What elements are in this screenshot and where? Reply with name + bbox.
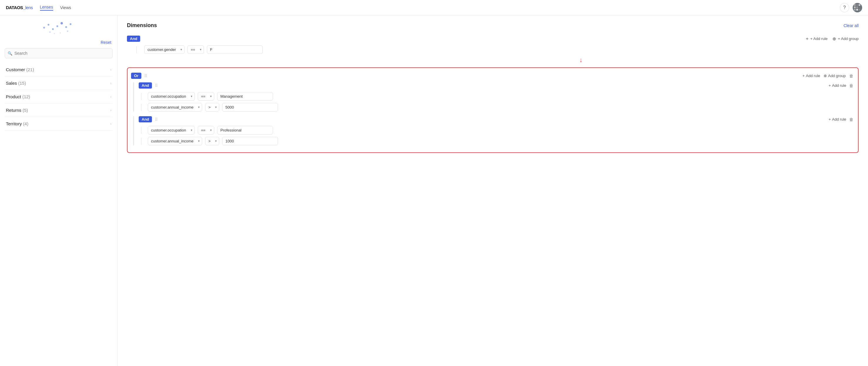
gender-field-select[interactable]: customer.gender [144, 45, 185, 54]
user-avatar[interactable] [853, 3, 862, 12]
svg-point-17 [49, 31, 51, 33]
svg-point-14 [61, 22, 63, 24]
income2-value-input[interactable] [222, 137, 278, 145]
sidebar-item-customer[interactable]: Customer (21) › [5, 63, 113, 77]
income-5000-row: customer.annual_income > [141, 103, 853, 112]
occupation2-field-select[interactable]: customer.occupation [148, 126, 195, 135]
svg-point-11 [48, 24, 50, 26]
and-drag-handle-2[interactable]: ⠿ [155, 117, 158, 122]
occupation2-value-input[interactable] [217, 126, 273, 135]
add-rule-button-and1[interactable]: + Add rule [829, 83, 846, 88]
income1-op-wrapper: > [205, 103, 219, 112]
svg-point-13 [56, 25, 58, 27]
gender-operator-wrapper: == [187, 45, 204, 54]
delete-or-group-button[interactable]: 🗑 [849, 74, 853, 78]
category-count-product: (12) [22, 94, 30, 99]
and-sub-header-2: And ⠿ + Add rule 🗑 [139, 116, 853, 122]
income2-field-wrapper: customer.annual_income [148, 137, 202, 145]
decorative-dots [26, 19, 91, 36]
sidebar-item-returns[interactable]: Returns (5) › [5, 104, 113, 117]
sidebar-item-sales[interactable]: Sales (15) › [5, 77, 113, 90]
occupation1-op-select[interactable]: == [198, 92, 214, 101]
and-badge-1[interactable]: And [139, 82, 152, 89]
clear-all-button[interactable]: Clear all [844, 23, 859, 28]
income-1000-row: customer.annual_income > [141, 137, 853, 145]
gender-value-input[interactable] [207, 45, 263, 54]
income2-op-select[interactable]: > [205, 137, 219, 145]
reset-button[interactable]: Reset [100, 40, 112, 45]
or-badge[interactable]: Or [131, 73, 141, 79]
occupation2-field-wrapper: customer.occupation [148, 126, 195, 135]
plus-icon-and1: + [829, 83, 831, 88]
occupation1-op-wrapper: == [198, 92, 214, 101]
or-group: Or ⠿ + Add rule ⊕ Add group 🗑 [127, 67, 859, 153]
category-count-returns: (5) [23, 108, 28, 113]
svg-rect-2 [856, 4, 858, 6]
chevron-right-icon-returns: › [110, 108, 112, 112]
delete-and2-button[interactable]: 🗑 [849, 117, 853, 122]
category-count-customer: (21) [26, 67, 34, 72]
occupation1-field-wrapper: customer.occupation [148, 92, 195, 101]
add-rule-button-and2[interactable]: + Add rule [829, 117, 846, 121]
category-name-returns: Returns (5) [6, 108, 28, 113]
content-area: Dimensions Clear all And + + Add rule [118, 15, 868, 366]
add-group-button-or[interactable]: ⊕ Add group [824, 74, 846, 78]
sidebar: Reset 🔍 Customer (21) › Sales (15) › Pro… [0, 15, 118, 366]
svg-rect-1 [854, 4, 856, 6]
add-rule-button-or[interactable]: + Add rule [803, 74, 820, 78]
svg-rect-6 [859, 6, 860, 8]
and-sub-actions-2: + Add rule 🗑 [829, 117, 853, 122]
income1-value-input[interactable] [222, 103, 278, 112]
occupation1-value-input[interactable] [217, 92, 273, 101]
and-badge-2[interactable]: And [139, 116, 152, 122]
top-bar: DATAOS_lens Lenses Views ? [0, 0, 868, 15]
nav-views[interactable]: Views [60, 5, 71, 10]
chevron-right-icon-product: › [110, 95, 112, 99]
sidebar-controls: Reset [0, 39, 117, 47]
top-filter-row: customer.gender == [134, 45, 859, 54]
income2-field-select[interactable]: customer.annual_income [148, 137, 202, 145]
top-and-badge[interactable]: And [127, 36, 140, 42]
avatar-image [853, 3, 862, 12]
add-rule-button-top[interactable]: + + Add rule [806, 36, 828, 41]
gender-field-wrapper: customer.gender [144, 45, 185, 54]
occupation-professional-row: customer.occupation == [141, 126, 853, 135]
svg-point-18 [54, 33, 55, 34]
or-group-header: Or ⠿ + Add rule ⊕ Add group 🗑 [131, 73, 853, 79]
help-button[interactable]: ? [840, 3, 849, 12]
gender-operator-select[interactable]: == [187, 45, 204, 54]
red-arrow-area: ↓ [127, 56, 859, 64]
delete-and1-button[interactable]: 🗑 [849, 83, 853, 88]
svg-rect-7 [854, 9, 856, 10]
income1-op-select[interactable]: > [205, 103, 219, 112]
svg-point-15 [65, 26, 67, 28]
category-count-territory: (4) [23, 121, 28, 126]
category-name-territory: Territory (4) [6, 121, 29, 126]
svg-rect-5 [856, 6, 858, 8]
circle-plus-icon-top: ⊕ [832, 36, 836, 41]
search-input[interactable] [5, 48, 113, 58]
svg-point-20 [60, 32, 61, 33]
and-sub-header-1: And ⠿ + Add rule 🗑 [139, 82, 853, 89]
or-drag-handle[interactable]: ⠿ [144, 74, 147, 78]
plus-icon-and2: + [829, 117, 831, 121]
svg-point-10 [43, 27, 45, 29]
sidebar-categories: Customer (21) › Sales (15) › Product (12… [0, 63, 117, 131]
dimensions-title: Dimensions [127, 22, 157, 29]
search-icon: 🔍 [8, 51, 12, 56]
occupation2-op-select[interactable]: == [198, 126, 214, 135]
chevron-right-icon-sales: › [110, 81, 112, 85]
category-name-customer: Customer (21) [6, 67, 34, 72]
sidebar-item-product[interactable]: Product (12) › [5, 90, 113, 104]
nav-lenses[interactable]: Lenses [40, 5, 53, 10]
sidebar-item-territory[interactable]: Territory (4) › [5, 117, 113, 131]
svg-rect-3 [859, 4, 860, 6]
and-drag-handle-1[interactable]: ⠿ [155, 83, 158, 88]
add-group-button-top[interactable]: ⊕ + Add group [832, 36, 859, 41]
svg-point-19 [67, 31, 68, 32]
occupation1-field-select[interactable]: customer.occupation [148, 92, 195, 101]
income1-field-select[interactable]: customer.annual_income [148, 103, 202, 112]
svg-rect-4 [854, 6, 856, 8]
sidebar-logo-area [0, 15, 117, 39]
category-name-sales: Sales (15) [6, 81, 26, 86]
